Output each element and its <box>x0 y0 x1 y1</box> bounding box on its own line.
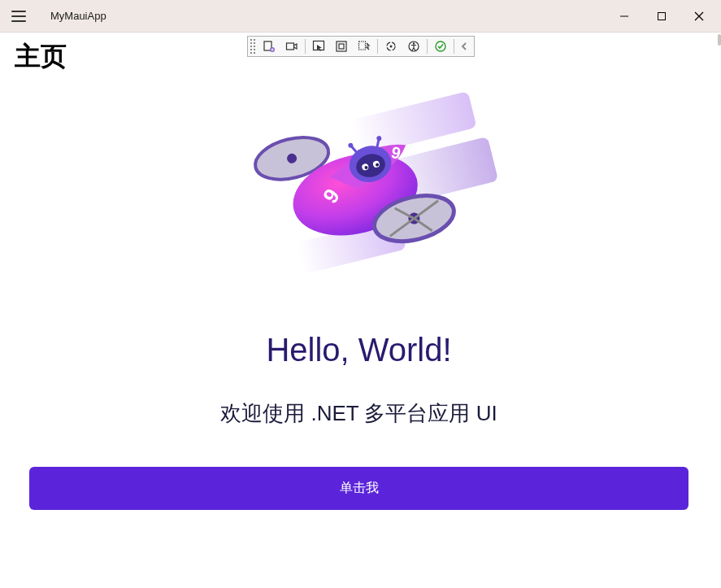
track-focus-icon[interactable] <box>380 37 402 55</box>
svg-point-14 <box>389 46 392 48</box>
toolbar-grip[interactable] <box>250 38 256 54</box>
close-button[interactable] <box>680 0 718 33</box>
hamburger-menu-button[interactable] <box>8 7 29 25</box>
xaml-debug-toolbar <box>247 36 475 57</box>
window-controls <box>606 0 718 33</box>
svg-rect-11 <box>339 44 344 49</box>
svg-rect-8 <box>286 43 293 50</box>
svg-rect-1 <box>658 12 666 20</box>
svg-point-16 <box>412 42 414 44</box>
click-me-button[interactable]: 单击我 <box>29 467 688 510</box>
hot-reload-icon[interactable] <box>353 37 376 55</box>
headline-label: Hello, World! <box>266 332 451 368</box>
live-visual-tree-icon[interactable] <box>258 37 280 55</box>
main-content: 9 9 <box>0 73 718 585</box>
maximize-button[interactable] <box>643 0 680 33</box>
collapse-chevron-icon[interactable] <box>456 37 472 55</box>
select-element-icon[interactable] <box>307 37 330 55</box>
title-bar: MyMauiApp <box>0 0 721 33</box>
app-title: MyMauiApp <box>50 10 106 22</box>
dotnet-bot-illustration: 9 9 <box>213 88 506 299</box>
layout-adorners-icon[interactable] <box>330 37 353 55</box>
accessibility-icon[interactable] <box>402 37 425 55</box>
svg-rect-10 <box>337 41 346 51</box>
scrollbar-thumb[interactable] <box>718 34 721 46</box>
svg-rect-12 <box>358 41 365 50</box>
subheadline-label: 欢迎使用 .NET 多平台应用 UI <box>220 399 497 428</box>
camera-icon[interactable] <box>280 37 303 55</box>
minimize-button[interactable] <box>606 0 643 33</box>
check-icon[interactable] <box>429 37 452 55</box>
